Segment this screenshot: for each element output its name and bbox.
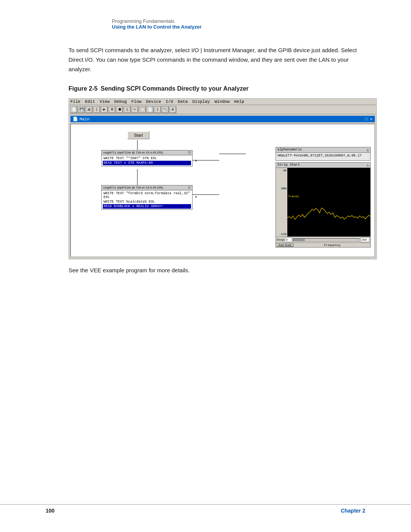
block1-label: vxrjp8711 (hp8712et @ 718 on 15.4.45.235… — [103, 151, 163, 155]
frequency-label: Frequency — [295, 243, 370, 247]
alphanumeric-title: alphanumeric △ — [276, 147, 370, 153]
y-axis-top: 40 — [283, 169, 287, 172]
strip-chart-body: 40 dBm -120 Trace1 — [276, 168, 370, 236]
figure-label: Figure 2-5 — [68, 85, 97, 92]
chapter-label: Chapter 2 — [341, 508, 365, 514]
strip-chart-canvas: Trace1 — [287, 168, 370, 236]
breadcrumb-line2: Using the LAN to Control the Analyzer — [112, 24, 365, 30]
vee-main-title-bar: 📄 Main □ ✕ — [70, 116, 375, 122]
x-end-input[interactable] — [360, 237, 370, 242]
figure-heading: Figure 2-5 Sending SCPI Commands Directl… — [68, 85, 365, 92]
strip-chart-block: Strip Chart △ 40 dBm -120 — [276, 162, 371, 248]
main-title: Main — [80, 117, 89, 121]
block3-row1: WRITE TEXT "formbrd norm;formdata real,3… — [103, 191, 191, 200]
auto-scale-button[interactable]: Auto Scale — [277, 243, 293, 247]
connector-x1: ✕ — [195, 158, 197, 163]
strip-chart-footer: Step — [276, 236, 370, 243]
figure-caption: See the VEE example program for more det… — [68, 267, 365, 273]
main-content: To send SCPI commands to the analyzer, s… — [68, 46, 365, 273]
vee-menu-bar: File Edit View Debug Flow Device I/O Dat… — [69, 99, 376, 105]
breadcrumb-line1: Programming Fundamentals — [112, 18, 365, 24]
vee-canvas: Start vxrjp8711 (hp8712et @ 718 on 15.4.… — [70, 124, 375, 257]
connector-x2: ✕ — [195, 195, 197, 199]
alphanumeric-block: alphanumeric △ HEWLETT-PACKARD,8712ET,US… — [276, 147, 371, 161]
strip-chart-title: Strip Chart △ — [276, 163, 370, 168]
x-start-input[interactable] — [285, 237, 292, 242]
intro-paragraph: To send SCPI commands to the analyzer, s… — [68, 46, 365, 74]
y-axis-unit: dBm — [281, 187, 287, 190]
figure-title: Sending SCPI Commands Directly to your A… — [100, 85, 249, 92]
strip-chart-bottom-bar: Auto Scale Frequency — [276, 243, 370, 247]
page-footer: 100 Chapter 2 — [0, 504, 411, 517]
alphanumeric-label: alphanumeric — [277, 148, 302, 152]
block1-row1: WRITE TEXT "*IDN?" STR EOL — [103, 156, 191, 161]
step-label: Step — [277, 238, 284, 241]
main-icon: 📄 — [73, 117, 78, 121]
block3-label: vxrjp8711 (hp8712et @ 718 on 15.4.45.236… — [103, 186, 163, 190]
page-number: 100 — [46, 508, 54, 514]
alphanumeric-content: HEWLETT-PACKARD,8712ET,US36100807,W.00.1… — [276, 153, 370, 160]
vee-toolbar: 📄 💾 🖨 | ▶ ⏸ ⏹ | ✂ 📋 📄 | 🔧 ⚙ — [69, 105, 376, 114]
strip-chart-yaxis: 40 dBm -120 — [276, 168, 287, 236]
trace-label: Trace1 — [288, 195, 299, 198]
trace-svg — [287, 168, 370, 236]
vee-block-1-title: vxrjp8711 (hp8712et @ 718 on 15.4.45.235… — [102, 150, 192, 155]
vee-block-3-content: WRITE TEXT "formbrd norm;formdata real,3… — [102, 190, 192, 209]
y-axis-bottom: -120 — [279, 232, 287, 236]
start-button[interactable]: Start — [127, 131, 150, 139]
block3-row2: WRITE TEXT %calcdata% EOL — [103, 200, 191, 204]
strip-chart-label: Strip Chart — [277, 163, 300, 167]
breadcrumb: Programming Fundamentals Using the LAN t… — [112, 18, 365, 30]
vee-block-1-content: WRITE TEXT "*IDN?" STR EOL READ TEXT x S… — [102, 155, 192, 166]
vee-block-1: vxrjp8711 (hp8712et @ 718 on 15.4.45.235… — [101, 150, 193, 166]
screenshot: File Edit View Debug Flow Device I/O Dat… — [68, 98, 377, 259]
block3-row3: READ BINBLOCK x REAL32 ARRAY+ — [103, 204, 191, 209]
vee-block-3: vxrjp8711 (hp8712et @ 718 on 15.4.45.236… — [101, 185, 193, 210]
block1-row2: READ TEXT x STR MAXPA:80 — [103, 161, 191, 165]
vee-block-3-title: vxrjp8711 (hp8712et @ 718 on 15.4.45.236… — [102, 185, 192, 190]
vee-main-area: 📄 Main □ ✕ — [69, 114, 376, 259]
